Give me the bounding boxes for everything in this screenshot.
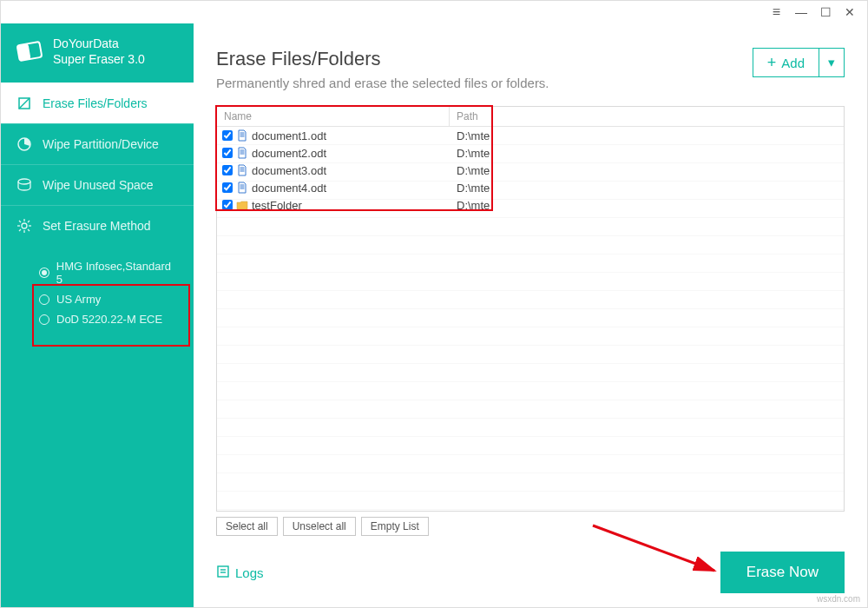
row-path: D:\mte (450, 164, 844, 177)
svg-line-3 (19, 98, 30, 109)
app-body: DoYourData Super Eraser 3.0 Erase Files/… (1, 23, 867, 607)
titlebar: ≡ — ☐ ✕ (1, 1, 867, 23)
svg-line-13 (19, 229, 21, 231)
select-all-button[interactable]: Select all (216, 517, 278, 536)
method-label: DoD 5220.22-M ECE (56, 313, 162, 326)
radio-icon (39, 268, 49, 278)
svg-point-6 (22, 223, 27, 228)
app-version: Super Eraser 3.0 (53, 51, 145, 67)
minimize-button[interactable]: — (789, 5, 813, 19)
document-icon (236, 147, 248, 159)
empty-list-button[interactable]: Empty List (361, 517, 429, 536)
brand: DoYourData Super Eraser 3.0 (1, 23, 194, 83)
column-header-path[interactable]: Path (450, 107, 844, 126)
brand-text: DoYourData Super Eraser 3.0 (53, 36, 145, 67)
row-name: testFolder (252, 199, 302, 212)
table-row[interactable]: document3.odtD:\mte (217, 162, 844, 179)
logs-label: Logs (235, 565, 264, 580)
footer: Logs Erase Now (216, 536, 845, 607)
method-option-dod[interactable]: DoD 5220.22-M ECE (39, 309, 178, 329)
app-window: ≡ — ☐ ✕ DoYourData Super Eraser 3.0 Eras… (0, 0, 868, 608)
table-row[interactable]: testFolderD:\mte (217, 196, 844, 214)
page-title: Erase Files/Folders (216, 48, 549, 70)
row-checkbox[interactable] (222, 148, 233, 158)
erasure-method-group: HMG Infosec,Standard 5 US Army DoD 5220.… (1, 246, 194, 329)
list-actions: Select all Unselect all Empty List (216, 512, 845, 536)
sidebar-item-label: Wipe Unused Space (43, 178, 154, 192)
page-subtitle: Permanently shred and erase the selected… (216, 76, 549, 90)
logs-icon (216, 565, 230, 581)
add-button-label: Add (781, 56, 805, 70)
gear-icon (16, 218, 32, 234)
sidebar-item-label: Set Erasure Method (43, 219, 151, 233)
row-name: document1.odt (252, 129, 326, 142)
close-button[interactable]: ✕ (838, 5, 862, 19)
row-checkbox[interactable] (222, 165, 233, 175)
svg-line-11 (19, 221, 21, 222)
add-button[interactable]: +Add ▾ (753, 48, 845, 77)
chevron-down-icon: ▾ (828, 55, 835, 70)
method-label: HMG Infosec,Standard 5 (56, 260, 178, 286)
method-option-hmg[interactable]: HMG Infosec,Standard 5 (39, 256, 178, 289)
add-dropdown-toggle[interactable]: ▾ (819, 49, 844, 76)
sidebar-item-wipe-unused[interactable]: Wipe Unused Space (1, 164, 194, 205)
row-checkbox[interactable] (222, 182, 233, 193)
pie-icon (16, 136, 32, 152)
sidebar: DoYourData Super Eraser 3.0 Erase Files/… (1, 23, 194, 607)
table-row[interactable]: document1.odtD:\mte (217, 127, 844, 144)
table-row[interactable]: document4.odtD:\mte (217, 179, 844, 196)
maximize-button[interactable]: ☐ (813, 5, 838, 19)
row-name: document4.odt (252, 182, 326, 195)
document-icon (236, 129, 248, 142)
table-header: Name Path (217, 107, 844, 127)
sidebar-item-set-method[interactable]: Set Erasure Method (1, 205, 194, 246)
column-header-name[interactable]: Name (217, 107, 450, 126)
row-name: document3.odt (252, 164, 326, 177)
method-option-usarmy[interactable]: US Army (39, 289, 178, 309)
method-label: US Army (56, 293, 101, 306)
app-logo-icon (12, 34, 46, 68)
radio-icon (39, 314, 49, 325)
unselect-all-button[interactable]: Unselect all (283, 517, 356, 536)
svg-line-14 (28, 221, 30, 222)
logs-link[interactable]: Logs (216, 565, 264, 581)
svg-line-12 (28, 229, 30, 231)
svg-rect-27 (218, 566, 228, 577)
table-row[interactable]: document2.odtD:\mte (217, 144, 844, 162)
table-body: document1.odtD:\mtedocument2.odtD:\mtedo… (217, 127, 844, 511)
folder-icon (236, 199, 248, 211)
svg-point-5 (18, 179, 30, 184)
row-name: document2.odt (252, 147, 326, 160)
app-name: DoYourData (53, 36, 145, 51)
main-header: Erase Files/Folders Permanently shred an… (216, 48, 845, 90)
document-icon (236, 164, 248, 176)
row-path: D:\mte (450, 182, 844, 195)
row-checkbox[interactable] (222, 130, 233, 141)
row-checkbox[interactable] (222, 200, 233, 210)
sidebar-item-erase-files[interactable]: Erase Files/Folders (1, 83, 194, 123)
radio-icon (39, 294, 49, 305)
document-icon (236, 182, 248, 194)
disk-icon (16, 177, 32, 193)
plus-icon: + (767, 55, 777, 70)
main-panel: Erase Files/Folders Permanently shred an… (194, 23, 867, 607)
row-path: D:\mte (450, 129, 844, 142)
row-path: D:\mte (450, 199, 844, 212)
file-table: Name Path document1.odtD:\mtedocument2.o… (216, 106, 845, 512)
erase-now-button[interactable]: Erase Now (720, 552, 845, 593)
menu-icon[interactable]: ≡ (773, 4, 780, 20)
sidebar-item-label: Erase Files/Folders (43, 96, 148, 110)
sidebar-item-label: Wipe Partition/Device (43, 137, 159, 151)
sidebar-item-wipe-partition[interactable]: Wipe Partition/Device (1, 123, 194, 164)
erase-icon (16, 96, 32, 111)
row-path: D:\mte (450, 147, 844, 160)
